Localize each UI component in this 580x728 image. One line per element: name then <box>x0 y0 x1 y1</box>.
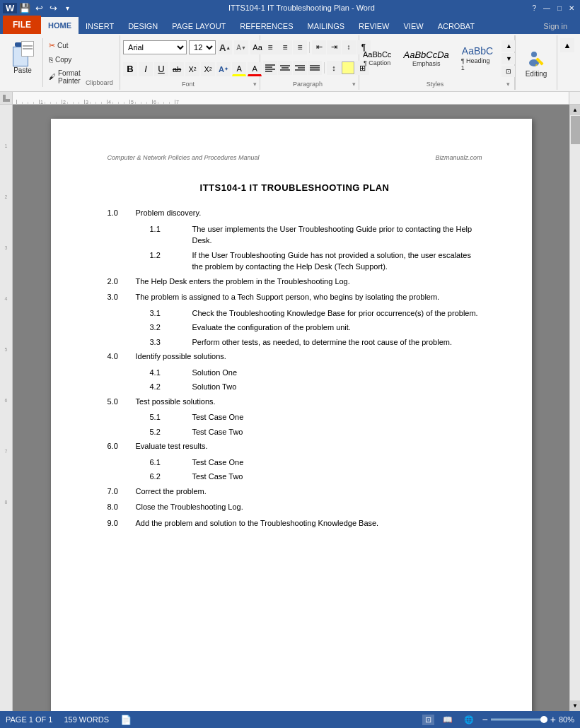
style-emphasis[interactable]: AaBbCcDa Emphasis <box>400 47 453 70</box>
ruler-scrollbar <box>569 92 580 104</box>
signin-link[interactable]: Sign in <box>536 18 574 34</box>
undo-btn[interactable]: ↩ <box>33 1 45 14</box>
editing-content: Editing <box>525 38 547 87</box>
item-number: 6.2 <box>150 471 192 483</box>
list-item: 3.0 The problem is assigned to a Tech Su… <box>108 291 482 303</box>
item-number: 1.1 <box>150 223 192 247</box>
item-text: Test possible solutions. <box>136 396 482 408</box>
tab-page-layout[interactable]: PAGE LAYOUT <box>165 18 233 34</box>
save-btn[interactable]: 💾 <box>18 1 31 14</box>
highlight-color-button[interactable]: A <box>232 62 246 76</box>
zoom-control[interactable]: − + 80% <box>482 714 574 725</box>
shading-button[interactable] <box>342 61 354 74</box>
align-center-button[interactable] <box>278 61 292 75</box>
tab-review[interactable]: REVIEW <box>352 18 396 34</box>
web-layout-btn[interactable]: 🌐 <box>461 715 477 725</box>
styles-more[interactable]: ⊡ <box>501 66 516 77</box>
superscript-button[interactable]: X2 <box>201 62 215 76</box>
ribbon-tabs: FILE HOME INSERT DESIGN PAGE LAYOUT REFE… <box>0 16 580 34</box>
styles-scroll-up[interactable]: ▲ <box>501 40 516 52</box>
zoom-in-btn[interactable]: + <box>550 714 556 725</box>
vertical-scrollbar[interactable]: ▲ ▼ <box>569 105 580 711</box>
editing-icon <box>525 47 547 70</box>
tab-design[interactable]: DESIGN <box>121 18 165 34</box>
styles-content: AaBbCc ¶ Caption AaBbCcDa Emphasis AaBbC… <box>358 37 516 79</box>
bullets-button[interactable]: ≡ <box>263 40 277 54</box>
tab-mailings[interactable]: MAILINGS <box>301 18 352 34</box>
maximize-btn[interactable]: □ <box>555 4 564 13</box>
window-controls[interactable]: ? — □ ✕ <box>529 4 580 13</box>
ruler-area: 1 2 3 4 5 6 7 <box>0 92 580 105</box>
font-name-select[interactable]: Arial <box>123 40 187 54</box>
cut-button[interactable]: ✂ Cut <box>46 40 83 52</box>
zoom-out-btn[interactable]: − <box>482 714 488 725</box>
item-text: Test Case Two <box>192 426 482 438</box>
numbering-button[interactable]: ≡ <box>278 40 292 54</box>
read-mode-btn[interactable]: 📖 <box>440 715 456 725</box>
tab-insert[interactable]: INSERT <box>79 18 121 34</box>
sort-button[interactable]: ↕ <box>342 40 356 54</box>
page-count: PAGE 1 OF 1 <box>6 715 52 724</box>
strikethrough-button[interactable]: ab <box>170 62 184 76</box>
tab-home[interactable]: HOME <box>41 17 79 34</box>
justify-button[interactable] <box>308 61 322 75</box>
help-btn[interactable]: ? <box>529 4 539 13</box>
scroll-up-btn[interactable]: ▲ <box>570 105 581 115</box>
style-emphasis-label: Emphasis <box>412 60 441 67</box>
close-btn[interactable]: ✕ <box>566 4 577 13</box>
list-item: 1.0 Problem discovery. <box>108 207 482 219</box>
underline-button[interactable]: U <box>154 62 168 76</box>
scroll-down-btn[interactable]: ▼ <box>570 700 581 711</box>
increase-indent-button[interactable]: ⇥ <box>327 40 341 54</box>
tab-file[interactable]: FILE <box>3 16 41 34</box>
word-icon: W <box>3 3 17 13</box>
bold-button[interactable]: B <box>123 62 137 76</box>
document-title: ITTS104-1 IT TROUBLESHOOTING PLAN <box>108 182 482 193</box>
tab-view[interactable]: VIEW <box>397 18 431 34</box>
scroll-track[interactable] <box>570 115 581 700</box>
styles-scroll-down[interactable]: ▼ <box>501 53 516 64</box>
item-number: 4.0 <box>108 351 136 363</box>
redo-btn[interactable]: ↪ <box>47 1 59 14</box>
list-item: 5.0 Test possible solutions. <box>108 396 482 408</box>
print-layout-btn[interactable]: ⊡ <box>422 715 434 725</box>
grow-font-button[interactable]: A▲ <box>218 40 232 54</box>
font-size-select[interactable]: 12 <box>189 40 216 54</box>
vertical-ruler: 1 2 3 4 5 6 7 8 <box>0 105 13 711</box>
header-right: Bizmanualz.com <box>435 154 482 161</box>
tab-acrobat[interactable]: ACROBAT <box>431 18 482 34</box>
format-painter-button[interactable]: 🖌 Format Painter <box>46 68 83 86</box>
style-heading1[interactable]: AaBbC ¶ Heading 1 <box>456 43 499 74</box>
decrease-indent-button[interactable]: ⇤ <box>312 40 326 54</box>
align-left-button[interactable] <box>263 61 277 75</box>
zoom-slider[interactable] <box>491 718 547 721</box>
minimize-btn[interactable]: — <box>540 4 553 13</box>
scroll-thumb[interactable] <box>571 116 580 144</box>
proofing-icon[interactable]: 📄 <box>120 715 132 725</box>
shrink-font-button[interactable]: A▼ <box>234 40 248 54</box>
collapse-ribbon-btn[interactable]: ▲ <box>557 35 577 90</box>
item-number: 5.1 <box>150 411 192 423</box>
align-right-button[interactable] <box>293 61 307 75</box>
item-number: 5.0 <box>108 396 136 408</box>
document-header: Computer & Network Policies and Procedur… <box>108 154 482 161</box>
copy-button[interactable]: ⎘ Copy <box>46 54 83 65</box>
italic-button[interactable]: I <box>139 62 153 76</box>
editing-label: Editing <box>526 70 547 78</box>
subscript-button[interactable]: X2 <box>185 62 199 76</box>
document-page[interactable]: Computer & Network Policies and Procedur… <box>51 119 532 711</box>
list-item: 6.1 Test Case One <box>129 457 482 469</box>
paste-button[interactable]: Paste <box>7 38 38 76</box>
quick-access-dropdown[interactable]: ▾ <box>61 1 74 14</box>
multilevel-list-button[interactable]: ≡ <box>293 40 307 54</box>
document-area[interactable]: Computer & Network Policies and Procedur… <box>13 105 569 711</box>
status-bar: PAGE 1 OF 1 159 WORDS 📄 ⊡ 📖 🌐 − + 80% <box>0 711 580 728</box>
paragraph-group: ≡ ≡ ≡ ⇤ ⇥ ↕ ¶ ↕ ⊞ <box>260 35 359 90</box>
line-spacing-button[interactable]: ↕ <box>327 61 341 75</box>
text-effects-button[interactable]: A✦ <box>216 62 231 76</box>
item-text: Test Case One <box>192 411 482 423</box>
document-body[interactable]: 1.0 Problem discovery. 1.1 The user impl… <box>108 207 482 529</box>
left-ruler-numbers: 1 2 3 4 5 6 7 8 <box>0 105 12 551</box>
tab-references[interactable]: REFERENCES <box>233 18 300 34</box>
style-caption[interactable]: AaBbCc ¶ Caption <box>358 48 397 69</box>
